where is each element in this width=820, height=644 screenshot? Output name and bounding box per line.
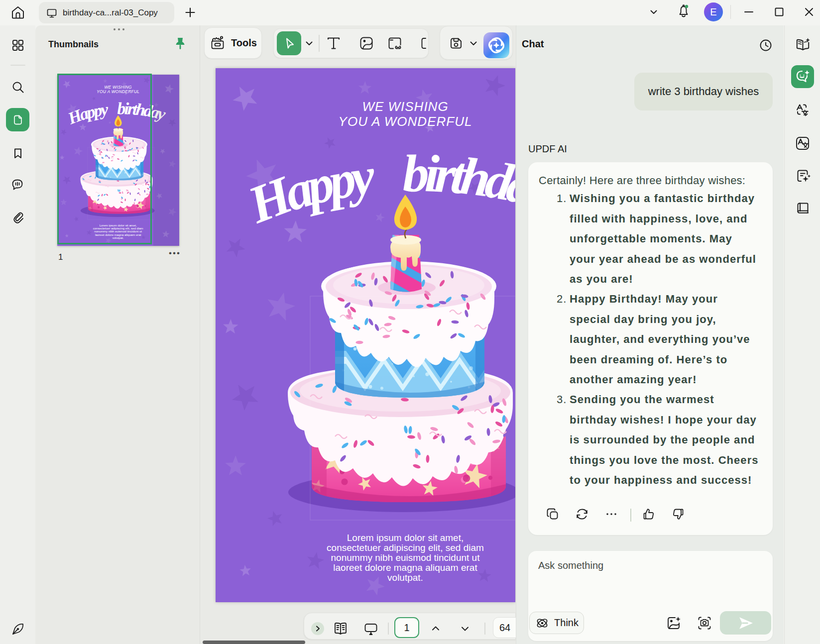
- svg-text:laoreet dolore magna aliquam e: laoreet dolore magna aliquam erat: [333, 562, 477, 573]
- svg-text:volutpat.: volutpat.: [387, 572, 423, 583]
- svg-text:consectetuer adipiscing elit,: consectetuer adipiscing elit, sed diam: [327, 542, 484, 553]
- svg-text:nonummy nibh euismod tincidunt: nonummy nibh euismod tincidunt ut: [331, 552, 480, 563]
- svg-text:YOU A WONDERFUL: YOU A WONDERFUL: [339, 114, 472, 129]
- svg-text:WE WISHING: WE WISHING: [362, 99, 448, 114]
- svg-text:Lorem ipsum dolor sit amet,: Lorem ipsum dolor sit amet,: [347, 533, 464, 543]
